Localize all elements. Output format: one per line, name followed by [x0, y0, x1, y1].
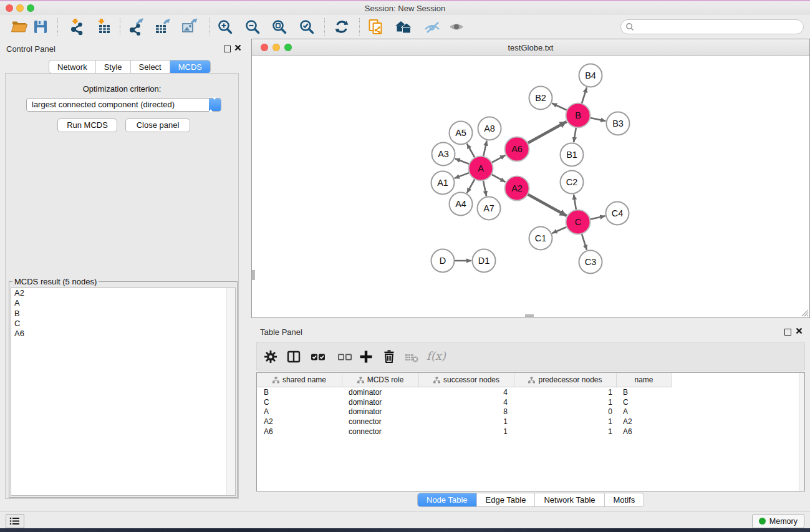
- window-resize-grip[interactable]: [801, 309, 809, 317]
- close-panel-button[interactable]: Close panel: [125, 118, 190, 132]
- deselect-all-icon[interactable]: [336, 348, 354, 365]
- graph-node-B1[interactable]: B1: [561, 143, 584, 167]
- table-row[interactable]: A2connector11A2: [257, 417, 804, 427]
- column-header-name[interactable]: name: [617, 373, 672, 387]
- node-table-scrollbar[interactable]: [799, 373, 804, 491]
- graph-node-C1[interactable]: C1: [529, 227, 552, 250]
- memory-button[interactable]: Memory: [752, 514, 804, 528]
- table-cell[interactable]: B: [617, 388, 672, 397]
- network-window-titlebar[interactable]: testGlobe.txt: [252, 39, 809, 56]
- list-item[interactable]: A2: [11, 288, 235, 298]
- column-header-successor-nodes[interactable]: successor nodes: [419, 373, 514, 387]
- node-table[interactable]: shared nameMCDS rolesuccessor nodesprede…: [256, 372, 805, 491]
- run-mcds-button[interactable]: Run MCDS: [57, 118, 117, 132]
- export-network-icon[interactable]: [127, 18, 145, 36]
- column-header-shared-name[interactable]: shared name: [257, 373, 342, 387]
- graph-node-A7[interactable]: A7: [478, 197, 501, 220]
- graph-node-B4[interactable]: B4: [579, 64, 602, 87]
- table-panel-close-button[interactable]: [796, 327, 803, 334]
- show-panels-list-button[interactable]: [6, 514, 24, 528]
- refresh-view-icon[interactable]: [333, 18, 350, 36]
- delete-columns-icon[interactable]: [380, 348, 398, 365]
- table-cell[interactable]: dominator: [342, 398, 419, 407]
- criterion-dropdown[interactable]: largest connected component (directed): [26, 98, 221, 112]
- zoom-out-icon[interactable]: [244, 18, 261, 36]
- graph-node-D[interactable]: D: [432, 249, 455, 273]
- table-row[interactable]: Bdominator41B: [257, 387, 804, 397]
- tab-style[interactable]: Style: [95, 60, 130, 73]
- mcds-result-scrollbar[interactable]: [226, 288, 235, 495]
- column-header-MCDS-role[interactable]: MCDS role: [342, 373, 419, 387]
- open-file-icon[interactable]: [11, 18, 28, 36]
- tab-select[interactable]: Select: [130, 60, 170, 73]
- table-cell[interactable]: A6: [257, 427, 342, 436]
- tab-edge-table[interactable]: Edge Table: [476, 493, 535, 506]
- tab-mcds[interactable]: MCDS: [170, 60, 210, 73]
- table-cell[interactable]: connector: [342, 417, 419, 426]
- show-all-icon[interactable]: [448, 18, 465, 36]
- graph-node-C3[interactable]: C3: [579, 251, 602, 274]
- show-columns-icon[interactable]: [285, 348, 302, 365]
- new-network-from-selection-icon[interactable]: [367, 18, 384, 36]
- table-cell[interactable]: A: [617, 407, 672, 416]
- zoom-selected-icon[interactable]: [298, 18, 316, 36]
- table-cell[interactable]: 1: [514, 398, 617, 407]
- select-all-icon[interactable]: [309, 348, 327, 365]
- table-cell[interactable]: 0: [514, 407, 617, 416]
- mcds-result-list[interactable]: A2ABCA6: [11, 288, 236, 496]
- table-row[interactable]: A6connector11A6: [257, 427, 804, 437]
- table-cell[interactable]: C: [257, 398, 342, 407]
- list-item[interactable]: A: [11, 298, 235, 308]
- list-item[interactable]: C: [11, 319, 235, 329]
- zoom-fit-icon[interactable]: [271, 18, 288, 36]
- network-canvas[interactable]: B4B2BB3A8A5A6A3B1AA1C2A2A4A7C4CC1DD1C3: [252, 56, 809, 317]
- function-builder-icon[interactable]: f(x): [427, 349, 446, 362]
- table-row[interactable]: Cdominator41C: [257, 397, 804, 407]
- table-cell[interactable]: dominator: [342, 388, 419, 397]
- table-cell[interactable]: B: [257, 388, 342, 397]
- tab-network-table[interactable]: Network Table: [534, 493, 604, 506]
- save-session-icon[interactable]: [32, 18, 49, 36]
- tab-motifs[interactable]: Motifs: [604, 493, 644, 506]
- column-header-predecessor-nodes[interactable]: predecessor nodes: [514, 373, 617, 387]
- graph-node-A4[interactable]: A4: [450, 193, 473, 216]
- list-item[interactable]: B: [11, 309, 235, 319]
- export-table-icon[interactable]: [153, 18, 171, 36]
- control-panel-float-button[interactable]: [224, 46, 231, 52]
- table-cell[interactable]: 1: [514, 427, 617, 436]
- search-input[interactable]: [620, 19, 804, 34]
- table-cell[interactable]: A2: [617, 417, 672, 426]
- network-vertical-scrollbar-thumb[interactable]: [252, 270, 255, 280]
- graph-node-B3[interactable]: B3: [607, 112, 630, 135]
- table-row[interactable]: Adominator80A: [257, 407, 804, 417]
- graph-node-A6[interactable]: A6: [505, 137, 529, 162]
- network-window[interactable]: testGlobe.txt B4B2BB3A8A5A6A3B1AA1C2A2A4…: [251, 39, 810, 318]
- graph-node-C[interactable]: C: [566, 210, 591, 235]
- zoom-in-icon[interactable]: [216, 18, 234, 36]
- control-panel-close-button[interactable]: [234, 44, 241, 51]
- delete-table-icon[interactable]: [403, 348, 420, 365]
- graph-node-B2[interactable]: B2: [529, 87, 552, 110]
- table-cell[interactable]: 1: [419, 417, 514, 426]
- main-titlebar[interactable]: Session: New Session: [0, 1, 810, 15]
- table-cell[interactable]: 1: [514, 388, 617, 397]
- table-cell[interactable]: 8: [419, 407, 514, 416]
- tab-network[interactable]: Network: [49, 60, 95, 73]
- table-panel-float-button[interactable]: [784, 329, 791, 336]
- graph-node-A5[interactable]: A5: [450, 122, 473, 145]
- create-column-icon[interactable]: [357, 348, 375, 365]
- table-cell[interactable]: 4: [419, 388, 514, 397]
- import-network-icon[interactable]: [67, 18, 85, 36]
- table-cell[interactable]: connector: [342, 427, 419, 436]
- table-cell[interactable]: A: [257, 407, 342, 416]
- table-cell[interactable]: C: [617, 398, 672, 407]
- graph-node-C2[interactable]: C2: [561, 171, 584, 194]
- graph-node-A8[interactable]: A8: [478, 117, 501, 140]
- import-table-icon[interactable]: [95, 18, 112, 36]
- network-horizontal-scrollbar-thumb[interactable]: [525, 314, 534, 317]
- settings-gear-icon[interactable]: [262, 348, 279, 365]
- home-layout-icon[interactable]: [395, 18, 412, 36]
- hide-selected-icon[interactable]: [423, 18, 441, 36]
- table-cell[interactable]: 1: [419, 427, 514, 436]
- tab-node-table[interactable]: Node Table: [418, 493, 476, 506]
